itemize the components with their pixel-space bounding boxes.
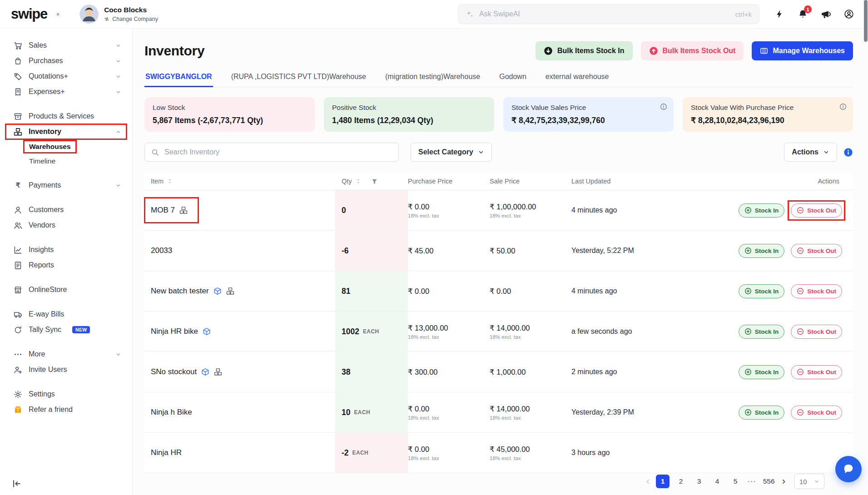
sidebar-item-timeline[interactable]: Timeline <box>0 154 132 168</box>
sort-icon[interactable] <box>355 178 362 184</box>
inventory-search-input[interactable] <box>164 148 392 157</box>
sidebar-item-insights[interactable]: Insights <box>0 242 132 257</box>
stock-in-button[interactable]: Stock In <box>739 244 785 258</box>
quick-actions-bolt-icon[interactable] <box>774 9 785 20</box>
stock-out-button[interactable]: Stock Out <box>791 406 842 420</box>
sidebar-item-more[interactable]: More <box>0 346 132 362</box>
prev-page-button[interactable]: ‹ <box>645 476 650 486</box>
sidebar-item-vendors[interactable]: Vendors <box>0 218 132 233</box>
page-button-4[interactable]: 4 <box>710 475 724 488</box>
sidebar-item-warehouses[interactable]: Warehouses <box>0 139 132 154</box>
inventory-search[interactable] <box>144 143 399 162</box>
stock-out-wrap: Stock Out <box>791 365 842 379</box>
sort-icon[interactable] <box>167 178 173 184</box>
item-name[interactable]: Ninja HR bike <box>151 327 198 336</box>
item-name[interactable]: MOB 7 <box>151 206 175 215</box>
change-company-button[interactable]: Change Company <box>104 16 158 22</box>
batch-cube-icon[interactable] <box>201 368 209 376</box>
next-page-button[interactable]: › <box>781 476 786 486</box>
chevron-down-icon <box>814 479 819 484</box>
page-button-2[interactable]: 2 <box>674 475 688 488</box>
select-category-dropdown[interactable]: Select Category <box>411 143 492 162</box>
stock-in-button[interactable]: Stock In <box>739 365 785 379</box>
info-filled-icon[interactable] <box>843 148 853 157</box>
item-name[interactable]: New batch tester <box>151 287 209 296</box>
item-name[interactable]: Ninja h Bike <box>151 408 192 417</box>
stock-out-button[interactable]: Stock Out <box>791 284 842 298</box>
sidebar-item-purchases[interactable]: Purchases <box>0 53 132 69</box>
stock-out-label: Stock Out <box>807 207 836 214</box>
batch-cube-icon[interactable] <box>203 327 211 336</box>
scrollbar-thumb[interactable] <box>864 0 868 42</box>
document-icon <box>14 261 22 270</box>
sidebar-item-customers[interactable]: Customers <box>0 202 132 218</box>
tab-warehouse-2[interactable]: (migration testing)Warehouse <box>384 69 481 87</box>
chat-bubble-icon <box>842 463 855 475</box>
sidebar-item-products-services[interactable]: Products & Services <box>0 109 132 124</box>
actions-dropdown[interactable]: Actions <box>784 143 837 162</box>
notifications-bell-icon[interactable]: 1 <box>797 9 808 20</box>
stock-in-button[interactable]: Stock In <box>739 406 785 420</box>
sidebar-item-eway-bills[interactable]: E-way Bills <box>0 307 132 322</box>
item-name[interactable]: 20033 <box>151 246 172 255</box>
item-cell: MOB 7 <box>144 198 335 222</box>
chevron-down-icon <box>115 89 121 95</box>
info-icon[interactable] <box>660 103 667 110</box>
item-name[interactable]: SNo stockout <box>151 367 197 376</box>
company-avatar[interactable] <box>79 5 99 24</box>
bulk-stock-in-button[interactable]: Bulk Items Stock In <box>536 41 633 60</box>
tab-warehouse-3[interactable]: Godown <box>498 69 527 87</box>
stock-in-label: Stock In <box>755 207 779 214</box>
info-icon[interactable] <box>839 103 847 110</box>
stock-out-label: Stock Out <box>807 409 836 416</box>
collapse-sidebar-icon[interactable] <box>12 479 22 488</box>
page-button-556[interactable]: 556 <box>762 475 776 488</box>
ask-swipeai-input[interactable] <box>478 10 731 19</box>
stock-out-wrap: Stock Out <box>791 284 842 298</box>
stock-in-button[interactable]: Stock In <box>739 203 785 218</box>
tab-warehouse-4[interactable]: external warehouse <box>545 69 610 87</box>
item-name[interactable]: Ninja HR <box>151 448 182 457</box>
ask-swipeai-search[interactable]: ctrl+k <box>458 4 759 24</box>
swipe-logo[interactable]: swipe <box>11 6 64 22</box>
sidebar-item-quotations[interactable]: Quotations+ <box>0 69 132 84</box>
stock-out-button[interactable]: Stock Out <box>791 203 842 218</box>
sidebar-item-payments[interactable]: ₹ Payments <box>0 178 132 193</box>
stock-out-label: Stock Out <box>807 328 836 335</box>
sidebar-item-settings[interactable]: Settings <box>0 386 132 402</box>
sidebar-item-onlinestore[interactable]: OnlineStore <box>0 282 132 297</box>
warehouse-tabs: SWIGGYBANGLOR(RUPA ,LOGISTICS PVT LTD)Wa… <box>144 69 853 87</box>
grouped-boxes-icon[interactable] <box>179 206 188 214</box>
announcements-megaphone-icon[interactable] <box>820 9 831 20</box>
sidebar-item-tally-sync[interactable]: Tally Sync NEW <box>0 322 132 337</box>
tab-warehouse-1[interactable]: (RUPA ,LOGISTICS PVT LTD)Warehouse <box>230 69 367 87</box>
chevron-down-icon <box>115 58 121 64</box>
chat-widget-button[interactable] <box>835 456 862 482</box>
manage-warehouses-button[interactable]: Manage Warehouses <box>752 41 853 60</box>
sidebar-item-expenses[interactable]: Expenses+ <box>0 84 132 99</box>
sidebar-item-inventory[interactable]: Inventory <box>5 124 127 139</box>
stock-in-button[interactable]: Stock In <box>739 325 785 339</box>
sidebar-item-invite-users[interactable]: Invite Users <box>0 362 132 377</box>
grouped-boxes-icon[interactable] <box>214 368 222 376</box>
stock-in-button[interactable]: Stock In <box>739 284 785 298</box>
sidebar-item-reports[interactable]: Reports <box>0 257 132 273</box>
page-size-select[interactable]: 10 <box>794 474 824 489</box>
sidebar-item-sales[interactable]: Sales <box>0 38 132 53</box>
filter-icon[interactable] <box>371 178 378 185</box>
stock-out-button[interactable]: Stock Out <box>791 244 842 258</box>
stock-out-button[interactable]: Stock Out <box>791 325 842 339</box>
sidebar-item-refer-friend[interactable]: Refer a friend <box>0 402 132 417</box>
account-icon[interactable] <box>843 9 854 20</box>
inventory-table: Item Qty Purchase Price Sale Price Last … <box>144 173 853 473</box>
page-button-5[interactable]: 5 <box>729 475 742 488</box>
sale-price: ₹ 45,000.00 <box>490 445 571 454</box>
grouped-boxes-icon[interactable] <box>226 287 234 295</box>
batch-cube-icon[interactable] <box>213 287 222 295</box>
tab-warehouse-0[interactable]: SWIGGYBANGLOR <box>144 69 213 87</box>
page-button-1[interactable]: 1 <box>656 475 670 488</box>
bulk-stock-out-button[interactable]: Bulk Items Stock Out <box>641 41 744 60</box>
stock-out-button[interactable]: Stock Out <box>791 365 842 379</box>
chevron-down-icon <box>115 183 121 188</box>
page-button-3[interactable]: 3 <box>692 475 706 488</box>
